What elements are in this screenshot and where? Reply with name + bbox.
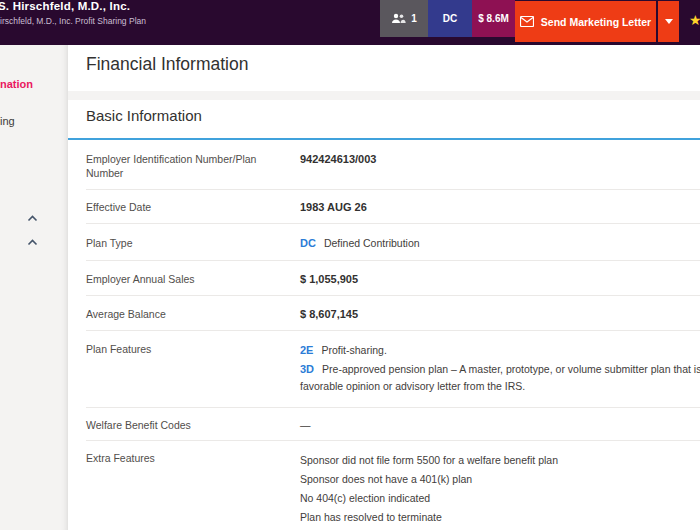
row-label: Effective Date (86, 200, 300, 214)
chevron-up-icon[interactable] (27, 239, 38, 246)
plan-type-code: DC (300, 237, 316, 249)
table-row-annual-sales: Employer Annual Sales $ 1,055,905 (86, 261, 700, 296)
page-title: Financial Information (86, 54, 248, 75)
row-label: Average Balance (86, 307, 300, 321)
row-label: Welfare Benefit Codes (86, 418, 300, 432)
people-icon (391, 13, 406, 24)
row-label: Plan Features (86, 342, 300, 397)
feature-text: Pre-approved pension plan – A master, pr… (300, 363, 700, 392)
row-value: $ 8,607,145 (300, 307, 700, 321)
table-row-effective-date: Effective Date 1983 AUG 26 (86, 190, 700, 224)
participants-chip[interactable]: 1 (380, 0, 428, 37)
extra-feature-line: Sponsor did not file form 5500 for a wel… (300, 451, 700, 470)
mail-icon (520, 16, 534, 27)
row-label: Employer Identification Number/Plan Numb… (86, 152, 300, 180)
row-value: 2EProfit-sharing. 3DPre-approved pension… (300, 342, 700, 397)
section-title: Basic Information (86, 107, 202, 124)
participants-count: 1 (411, 13, 417, 24)
company-title: S. Hirschfeld, M.D., Inc. (0, 0, 146, 12)
basic-information-table: Employer Identification Number/Plan Numb… (86, 140, 700, 530)
row-label: Plan Type (86, 236, 300, 250)
chevron-up-icon[interactable] (27, 215, 38, 222)
table-row-extra-features: Extra Features Sponsor did not file form… (86, 441, 700, 530)
sidebar-item[interactable]: ing (0, 115, 15, 127)
feature-text: Profit-sharing. (321, 344, 386, 356)
plan-type-chip-label: DC (443, 13, 457, 24)
assets-chip-label: $ 8.6M (478, 13, 509, 24)
table-row-plan-type: Plan Type DCDefined Contribution (86, 224, 700, 261)
table-row-average-balance: Average Balance $ 8,607,145 (86, 296, 700, 331)
plan-feature-item: 3DPre-approved pension plan – A master, … (300, 361, 700, 395)
extra-feature-line: Plan has resolved to terminate (300, 508, 700, 527)
extra-feature-line: No 404(c) election indicated (300, 489, 700, 508)
plan-feature-item: 2EProfit-sharing. (300, 342, 700, 359)
row-value: Sponsor did not file form 5500 for a wel… (300, 451, 700, 530)
row-value: $ 1,055,905 (300, 272, 700, 286)
main-content: Financial Information Basic Information … (68, 45, 700, 530)
section-divider-band (68, 91, 700, 100)
extra-feature-line: Sponsor does not have a 401(k) plan (300, 470, 700, 489)
row-label: Employer Annual Sales (86, 272, 300, 286)
send-letter-dropdown-button[interactable] (658, 1, 679, 42)
plan-title-block: S. Hirschfeld, M.D., Inc. irschfeld, M.D… (0, 0, 146, 26)
row-value: DCDefined Contribution (300, 236, 700, 250)
plan-subtitle: irschfeld, M.D., Inc. Profit Sharing Pla… (0, 16, 146, 26)
row-label: Extra Features (86, 451, 300, 530)
chevron-down-icon (665, 19, 673, 24)
feature-code: 2E (300, 344, 313, 356)
assets-chip[interactable]: $ 8.6M (472, 0, 515, 37)
row-value: — (300, 418, 700, 432)
table-row-plan-features: Plan Features 2EProfit-sharing. 3DPre-ap… (86, 331, 700, 408)
send-marketing-letter-label: Send Marketing Letter (541, 16, 651, 28)
table-row-welfare-codes: Welfare Benefit Codes — (86, 408, 700, 441)
feature-code: 3D (300, 363, 314, 375)
row-value: 1983 AUG 26 (300, 200, 700, 214)
sidebar-item-financial-information[interactable]: nation (0, 78, 33, 90)
send-marketing-letter-button[interactable]: Send Marketing Letter (515, 1, 656, 42)
app-header: S. Hirschfeld, M.D., Inc. irschfeld, M.D… (0, 0, 700, 45)
plan-type-text: Defined Contribution (324, 237, 420, 249)
star-icon[interactable]: ★ (689, 13, 700, 27)
plan-type-chip[interactable]: DC (428, 0, 472, 37)
sidebar-nav: nation ing (0, 45, 68, 530)
table-row-ein: Employer Identification Number/Plan Numb… (86, 140, 700, 190)
row-value: 942424613/003 (300, 152, 700, 180)
